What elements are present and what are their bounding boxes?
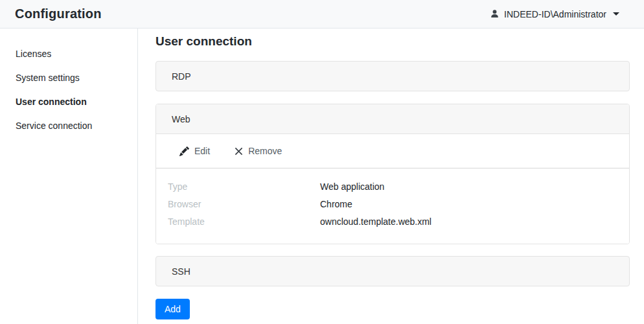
user-menu[interactable]: INDEED-ID\Administrator — [490, 9, 619, 19]
field-value-browser: Chrome — [320, 196, 352, 213]
field-label-template: Template — [168, 213, 320, 231]
pencil-icon — [179, 146, 189, 156]
edit-button[interactable]: Edit — [178, 142, 211, 160]
app-header: Configuration INDEED-ID\Administrator — [0, 0, 644, 29]
x-icon — [235, 147, 243, 156]
edit-button-label: Edit — [194, 146, 210, 156]
sidebar-item-user-connection[interactable]: User connection — [0, 90, 137, 114]
field-row-browser: Browser Chrome — [168, 196, 614, 213]
panel-rdp-header[interactable]: RDP — [156, 62, 629, 91]
field-row-template: Template owncloud.template.web.xml — [168, 213, 614, 231]
field-row-type: Type Web application — [168, 178, 614, 196]
add-button[interactable]: Add — [155, 299, 190, 319]
user-name-label: INDEED-ID\Administrator — [504, 9, 606, 19]
panel-web-header[interactable]: Web — [156, 104, 629, 134]
remove-button-label: Remove — [248, 146, 282, 156]
remove-button[interactable]: Remove — [233, 142, 283, 160]
panel-ssh-header[interactable]: SSH — [156, 257, 629, 286]
person-icon — [490, 9, 500, 19]
field-label-browser: Browser — [168, 196, 320, 213]
main-content: User connection RDP Web Edit — [138, 29, 644, 324]
sidebar-item-licenses[interactable]: Licenses — [0, 42, 137, 66]
sidebar-item-system-settings[interactable]: System settings — [0, 66, 137, 90]
caret-down-icon — [613, 12, 619, 16]
sidebar-item-service-connection[interactable]: Service connection — [0, 114, 137, 138]
panel-web: Web Edit Remove — [155, 104, 630, 244]
panel-rdp: RDP — [155, 61, 630, 91]
panel-web-details: Type Web application Browser Chrome Temp… — [156, 168, 629, 244]
field-value-type: Web application — [320, 178, 384, 196]
field-label-type: Type — [168, 178, 320, 196]
sidebar: Licenses System settings User connection… — [0, 29, 138, 324]
panel-ssh: SSH — [155, 256, 630, 286]
page-title: User connection — [155, 32, 630, 51]
app-title: Configuration — [15, 6, 102, 21]
panel-web-toolbar: Edit Remove — [156, 134, 629, 168]
field-value-template: owncloud.template.web.xml — [320, 213, 431, 231]
